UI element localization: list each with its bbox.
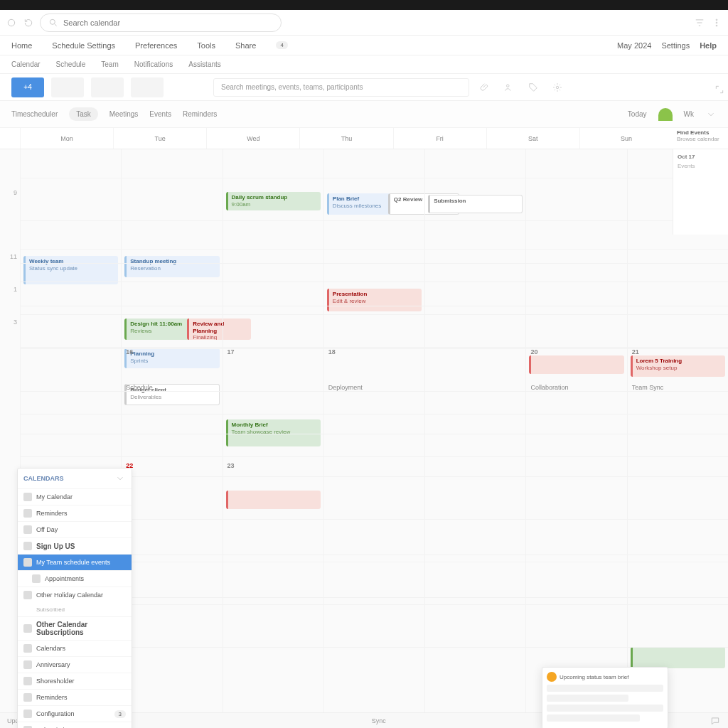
calendar-event[interactable]: PresentationEdit & review bbox=[327, 289, 422, 311]
preview-line bbox=[547, 705, 663, 712]
calendar-event[interactable]: PlanningSprints bbox=[124, 348, 219, 368]
more-icon[interactable] bbox=[711, 17, 722, 28]
calendar-list-item[interactable]: Anniversary bbox=[18, 656, 132, 673]
calendar-list-sub: Subscribed bbox=[18, 603, 132, 616]
calendar-event[interactable]: Weekly teamStatus sync update bbox=[23, 256, 118, 284]
calendar-list-item[interactable]: Calendars bbox=[18, 640, 132, 656]
tab-schedule[interactable]: Schedule bbox=[56, 60, 86, 68]
day-number: 20 bbox=[530, 348, 537, 355]
calendar-event[interactable]: Daily scrum standup9:00am bbox=[226, 192, 321, 210]
svg-point-4 bbox=[716, 25, 717, 26]
filter-row: Timescheduler Task Meetings Events Remin… bbox=[0, 101, 728, 128]
menu-schedule[interactable]: Schedule Settings bbox=[52, 41, 115, 50]
tab-team[interactable]: Team bbox=[101, 60, 118, 68]
today-button[interactable]: Today bbox=[628, 110, 647, 118]
sidebar-header-sub: Browse calendar bbox=[677, 136, 724, 142]
day-col-4[interactable]: Submission bbox=[424, 149, 525, 728]
menu-help[interactable]: Help bbox=[700, 41, 717, 50]
tab-calendar[interactable]: Calendar bbox=[11, 60, 41, 68]
calendar-area: Mon Tue Wed Thu Fri Sat Sun Find Events … bbox=[0, 128, 728, 728]
cell-label: Deployment bbox=[328, 384, 363, 391]
day-header-sun[interactable]: Sun bbox=[579, 128, 673, 149]
event-search[interactable]: Search meetings, events, teams, particip… bbox=[213, 78, 469, 97]
menubar: Home Schedule Settings Preferences Tools… bbox=[0, 36, 728, 55]
calendar-event[interactable] bbox=[529, 355, 623, 374]
day-col-6[interactable]: Lorem 5 TrainingWorkshop setupTeam Sync2… bbox=[627, 149, 728, 728]
svg-point-5 bbox=[507, 84, 510, 87]
sidebar-header-title: Find Events bbox=[677, 129, 724, 136]
action-row: +4 Search meetings, events, teams, parti… bbox=[0, 74, 728, 101]
day-header-wed[interactable]: Wed bbox=[206, 128, 299, 149]
calendar-list-item[interactable]: Reminders bbox=[18, 689, 132, 705]
people-icon[interactable] bbox=[500, 79, 518, 96]
svg-point-6 bbox=[556, 86, 559, 89]
day-number: 17 bbox=[228, 348, 235, 355]
tab-assistants[interactable]: Assistants bbox=[188, 60, 221, 68]
day-col-1[interactable]: Standup meetingReservationDesign hit 11:… bbox=[121, 149, 222, 728]
event-preview-card: Upcoming status team brief bbox=[542, 667, 668, 728]
calendar-list-item[interactable]: Reminders bbox=[18, 505, 132, 521]
tab-notifications[interactable]: Notifications bbox=[134, 60, 173, 68]
calendar-event[interactable]: Submission bbox=[428, 195, 523, 213]
preview-title: Upcoming status team brief bbox=[560, 674, 628, 680]
dropdown-icon[interactable] bbox=[705, 109, 717, 120]
filter-icon[interactable] bbox=[694, 17, 705, 28]
calendar-list-item[interactable]: Configuration3 bbox=[18, 705, 132, 722]
date-label: May 2024 bbox=[617, 41, 651, 50]
menu-share[interactable]: Share bbox=[235, 41, 256, 50]
week-header: Mon Tue Wed Thu Fri Sat Sun Find Events … bbox=[0, 128, 728, 149]
calendar-list-item[interactable]: Sign Up US bbox=[18, 537, 132, 554]
filter-task[interactable]: Task bbox=[69, 107, 98, 121]
day-header-tue[interactable]: Tue bbox=[113, 128, 206, 149]
hour-line bbox=[20, 348, 728, 349]
svg-point-1 bbox=[50, 19, 55, 24]
view-chip-1[interactable] bbox=[51, 77, 84, 97]
chat-icon[interactable] bbox=[710, 715, 721, 727]
calendar-list-item[interactable]: My Calendar bbox=[18, 488, 132, 505]
cell-label: Schedule bbox=[126, 384, 153, 391]
week-button[interactable]: Wk bbox=[684, 110, 694, 118]
calendar-list-item[interactable]: Shoresholder bbox=[18, 673, 132, 689]
view-chip-3[interactable] bbox=[131, 77, 164, 97]
create-button[interactable]: +4 bbox=[11, 77, 44, 97]
calendar-event[interactable] bbox=[631, 647, 725, 668]
filter-reminders[interactable]: Reminders bbox=[183, 110, 217, 118]
day-col-5[interactable]: Collaboration20 bbox=[525, 149, 626, 728]
menu-settings[interactable]: Settings bbox=[661, 41, 690, 50]
calendar-event[interactable] bbox=[226, 491, 321, 509]
calendar-list-item[interactable]: My Team schedule events bbox=[18, 554, 132, 570]
menu-home[interactable]: Home bbox=[11, 41, 32, 50]
day-header-thu[interactable]: Thu bbox=[299, 128, 392, 149]
refresh-icon[interactable] bbox=[23, 17, 34, 28]
menu-tools[interactable]: Tools bbox=[197, 41, 215, 50]
settings-icon[interactable] bbox=[549, 79, 566, 96]
search-input[interactable] bbox=[63, 18, 274, 27]
global-search[interactable] bbox=[40, 14, 282, 32]
calendar-event[interactable]: Lorem 5 TrainingWorkshop setup bbox=[631, 355, 725, 377]
cell-label: Team Sync bbox=[632, 384, 664, 391]
calendar-event[interactable]: Monthly BriefTeam showcase review bbox=[226, 419, 321, 446]
tag-icon[interactable] bbox=[525, 79, 542, 96]
calendar-list-item[interactable]: Subscriptions bbox=[18, 722, 132, 728]
filter-meetings[interactable]: Meetings bbox=[109, 110, 139, 118]
filter-events[interactable]: Events bbox=[149, 110, 171, 118]
menu-preferences[interactable]: Preferences bbox=[135, 41, 177, 50]
calendar-list-item[interactable]: Other Holiday Calendar bbox=[18, 587, 132, 603]
calendar-event[interactable]: Standup meetingReservation bbox=[124, 256, 219, 277]
calendar-list-item[interactable]: Off Day bbox=[18, 521, 132, 537]
calendar-list-item[interactable]: Other Calendar Subscriptions bbox=[18, 616, 132, 640]
day-header-sat[interactable]: Sat bbox=[486, 128, 579, 149]
tools-badge: 4 bbox=[276, 41, 287, 49]
view-chip-2[interactable] bbox=[91, 77, 124, 97]
attach-icon[interactable] bbox=[476, 79, 493, 96]
day-header-fri[interactable]: Fri bbox=[393, 128, 486, 149]
panel-collapse-icon[interactable] bbox=[114, 473, 126, 484]
day-col-3[interactable]: Plan BriefDiscuss milestonesQ2 ReviewPre… bbox=[323, 149, 424, 728]
day-header-mon[interactable]: Mon bbox=[20, 128, 113, 149]
preview-line bbox=[547, 714, 640, 722]
status-pill bbox=[658, 108, 673, 121]
day-col-2[interactable]: Daily scrum standup9:00amMonthly BriefTe… bbox=[223, 149, 323, 728]
calendar-list-item[interactable]: Appointments bbox=[18, 570, 132, 587]
expand-icon[interactable] bbox=[714, 84, 725, 95]
window-titlebar bbox=[0, 0, 728, 10]
